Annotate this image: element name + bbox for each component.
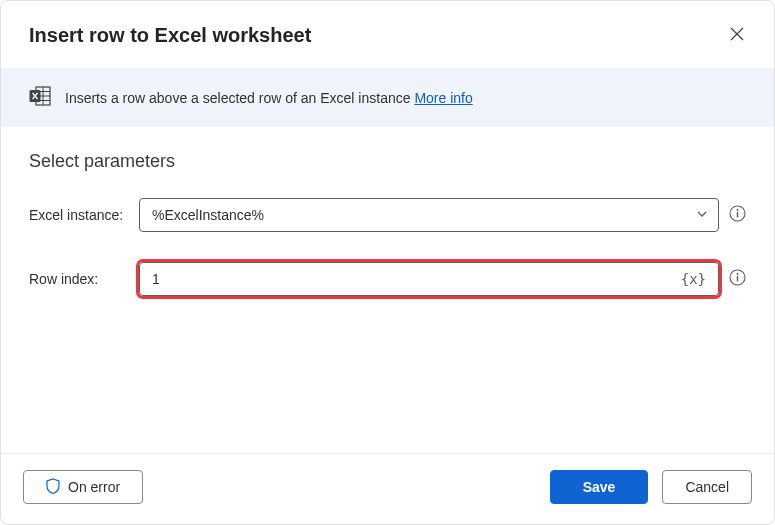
dialog-header: Insert row to Excel worksheet	[1, 1, 774, 68]
svg-point-7	[737, 209, 739, 211]
save-label: Save	[583, 479, 616, 495]
excel-instance-value: %ExcelInstance%	[152, 207, 264, 223]
dialog-body: Select parameters Excel instance: %Excel…	[1, 127, 774, 453]
field-row-excel-instance: Excel instance: %ExcelInstance%	[29, 198, 746, 232]
close-icon	[730, 27, 744, 44]
chevron-down-icon	[696, 207, 708, 223]
dialog-footer: On error Save Cancel	[1, 453, 774, 524]
section-title: Select parameters	[29, 151, 746, 172]
more-info-link[interactable]: More info	[414, 90, 472, 106]
excel-instance-info-button[interactable]	[729, 205, 746, 225]
svg-rect-11	[737, 276, 738, 282]
excel-icon	[29, 86, 51, 109]
cancel-button[interactable]: Cancel	[662, 470, 752, 504]
on-error-label: On error	[68, 479, 120, 495]
svg-point-10	[737, 273, 739, 275]
row-index-label: Row index:	[29, 271, 139, 287]
info-icon	[729, 269, 746, 289]
cancel-label: Cancel	[685, 479, 729, 495]
save-button[interactable]: Save	[550, 470, 649, 504]
row-index-input[interactable]: 1 {x}	[139, 262, 719, 296]
shield-icon	[46, 478, 60, 497]
field-row-row-index: Row index: 1 {x}	[29, 262, 746, 296]
on-error-button[interactable]: On error	[23, 470, 143, 504]
footer-right-group: Save Cancel	[550, 470, 752, 504]
info-banner: Inserts a row above a selected row of an…	[1, 68, 774, 127]
variable-picker-icon[interactable]: {x}	[677, 269, 710, 289]
excel-instance-label: Excel instance:	[29, 207, 139, 223]
banner-text: Inserts a row above a selected row of an…	[65, 90, 414, 106]
svg-rect-8	[737, 212, 738, 218]
row-index-value: 1	[152, 271, 160, 287]
excel-instance-select[interactable]: %ExcelInstance%	[139, 198, 719, 232]
row-index-info-button[interactable]	[729, 269, 746, 289]
dialog-title: Insert row to Excel worksheet	[29, 24, 311, 47]
close-button[interactable]	[724, 21, 750, 50]
banner-text-container: Inserts a row above a selected row of an…	[65, 90, 473, 106]
info-icon	[729, 205, 746, 225]
